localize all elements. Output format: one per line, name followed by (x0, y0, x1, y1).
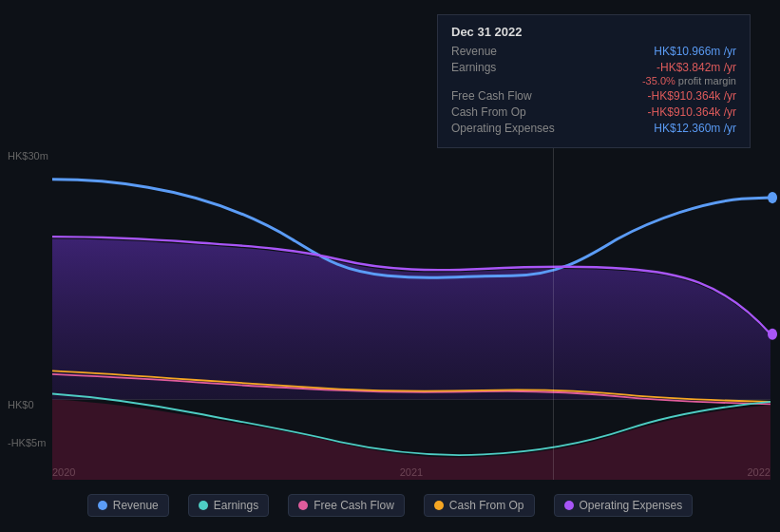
tooltip-date: Dec 31 2022 (451, 25, 736, 39)
tooltip-profit-margin: -35.0% profit margin (451, 75, 736, 86)
legend-dot-earnings (199, 501, 208, 510)
legend-dot-opex (564, 501, 574, 510)
tooltip-row-revenue: Revenue HK$10.966m /yr (451, 45, 736, 58)
tooltip-row-fcf: Free Cash Flow -HK$910.364k /yr (451, 89, 736, 103)
legend-earnings[interactable]: Earnings (188, 494, 269, 517)
tooltip-label-revenue: Revenue (451, 45, 497, 58)
tooltip-row-earnings: Earnings -HK$3.842m /yr (451, 61, 736, 74)
chart-area (0, 147, 780, 480)
legend-label-fcf: Free Cash Flow (314, 499, 394, 512)
tooltip-label-opex: Operating Expenses (451, 122, 555, 135)
opex-dot (768, 329, 777, 340)
tooltip-label-cashfromop: Cash From Op (451, 105, 526, 119)
chart-svg (52, 147, 770, 480)
legend-dot-revenue (98, 501, 107, 510)
tooltip-value-cashfromop: -HK$910.364k /yr (648, 105, 736, 119)
legend-fcf[interactable]: Free Cash Flow (288, 494, 405, 517)
tooltip-value-earnings: -HK$3.842m /yr (656, 61, 736, 74)
tooltip-value-fcf: -HK$910.364k /yr (648, 89, 736, 103)
tooltip-row-opex: Operating Expenses HK$12.360m /yr (451, 122, 736, 135)
opex-area (52, 239, 770, 400)
legend-label-earnings: Earnings (214, 499, 258, 512)
revenue-dot (768, 192, 777, 203)
legend-label-cashfromop: Cash From Op (449, 499, 524, 512)
tooltip-label-earnings: Earnings (451, 61, 496, 74)
legend-opex[interactable]: Operating Expenses (554, 494, 694, 517)
chart-legend: Revenue Earnings Free Cash Flow Cash Fro… (0, 494, 780, 517)
legend-revenue[interactable]: Revenue (87, 494, 169, 517)
tooltip-box: Dec 31 2022 Revenue HK$10.966m /yr Earni… (437, 14, 751, 148)
legend-label-opex: Operating Expenses (580, 499, 683, 512)
tooltip-row-cashfromop: Cash From Op -HK$910.364k /yr (451, 105, 736, 119)
legend-dot-fcf (298, 501, 308, 510)
earnings-neg-area (52, 400, 770, 480)
tooltip-value-opex: HK$12.360m /yr (654, 122, 736, 135)
legend-dot-cashfromop (434, 501, 444, 510)
legend-cashfromop[interactable]: Cash From Op (424, 494, 535, 517)
tooltip-value-revenue: HK$10.966m /yr (654, 45, 736, 58)
chart-wrapper (52, 147, 770, 480)
tooltip-label-fcf: Free Cash Flow (451, 89, 532, 103)
vertical-indicator-line (553, 147, 554, 480)
legend-label-revenue: Revenue (113, 499, 159, 512)
